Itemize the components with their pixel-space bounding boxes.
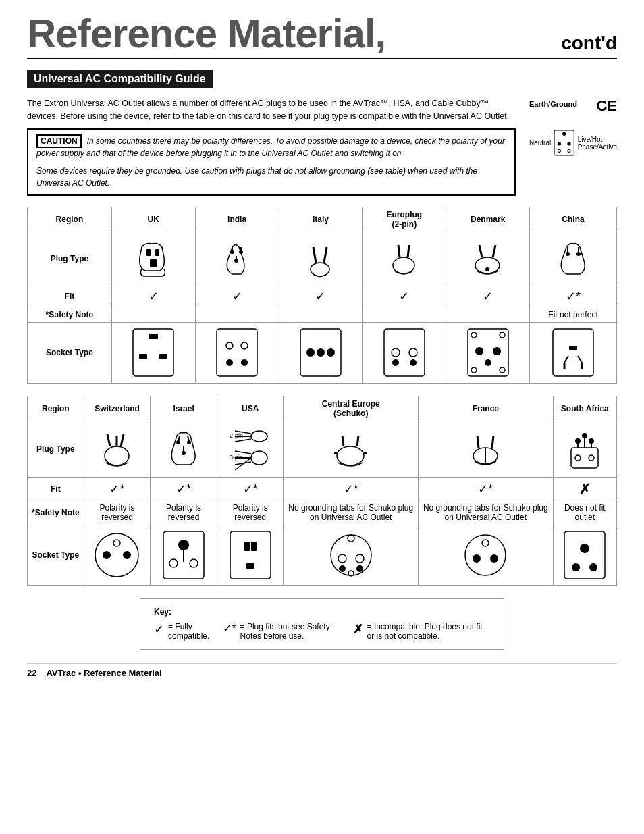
t1-fit-denmark: ✓ <box>446 286 530 307</box>
svg-rect-8 <box>150 259 157 267</box>
t2-fit-south-africa: ✗ <box>553 477 616 500</box>
svg-rect-109 <box>230 531 271 579</box>
italy-plug-svg <box>298 237 342 281</box>
t1-plug-uk <box>111 232 195 286</box>
caution-box: CAUTIONIn some countries there may be po… <box>27 128 516 196</box>
t2-socket-switzerland <box>84 525 151 585</box>
svg-point-107 <box>190 559 198 567</box>
t1-fit-euro: ✓ <box>363 286 446 307</box>
key-compatible-text: = Fully compatible. <box>168 622 209 641</box>
key-checkmark-symbol: ✓ <box>154 622 164 637</box>
svg-point-103 <box>113 540 120 546</box>
svg-line-89 <box>492 436 493 448</box>
svg-rect-55 <box>553 329 593 376</box>
svg-point-34 <box>226 342 233 349</box>
t1-col-denmark: Denmark <box>446 207 530 232</box>
t2-safety-label: *Safety Note <box>28 500 84 525</box>
svg-point-41 <box>327 348 335 357</box>
svg-point-50 <box>471 367 477 373</box>
t2-plug-schuko <box>284 421 419 477</box>
svg-line-20 <box>408 245 409 257</box>
t1-col-china: China <box>530 207 617 232</box>
svg-rect-30 <box>149 334 158 339</box>
svg-point-36 <box>226 359 233 366</box>
t2-row-socket: Socket Type <box>28 525 617 585</box>
svg-line-60 <box>578 356 582 363</box>
caution-text1: In some countries there may be polarity … <box>36 136 505 158</box>
page-title: Reference Material, <box>27 14 385 54</box>
svg-point-18 <box>393 257 414 273</box>
caution-line1: CAUTIONIn some countries there may be po… <box>36 135 506 159</box>
france-plug-svg <box>464 427 508 471</box>
svg-rect-7 <box>155 249 159 256</box>
svg-point-116 <box>356 554 364 563</box>
caution-text2: Some devices require they be grounded. U… <box>36 165 506 189</box>
section-heading: Universal AC Compatibility Guide <box>27 70 213 88</box>
svg-point-35 <box>241 342 248 349</box>
t1-socket-italy <box>279 322 363 383</box>
svg-point-5 <box>568 149 570 152</box>
t1-socket-india <box>195 322 279 383</box>
china-socket-svg <box>549 325 597 380</box>
svg-point-82 <box>337 446 364 465</box>
svg-point-114 <box>348 535 354 542</box>
t2-safety-switzerland: Polarity is reversed <box>84 500 151 525</box>
page-header: Reference Material, cont'd <box>27 14 617 59</box>
t1-socket-uk <box>111 322 195 383</box>
svg-point-115 <box>338 554 346 563</box>
key-incompatible-text: = Incompatible. Plug does not fit or is … <box>367 622 490 641</box>
svg-point-121 <box>482 540 489 546</box>
t1-plug-china <box>530 232 617 286</box>
t2-safety-israel: Polarity is reversed <box>151 500 217 525</box>
svg-line-83 <box>342 436 344 446</box>
t1-safety-italy <box>279 307 363 322</box>
t1-socket-china <box>530 322 617 383</box>
svg-rect-6 <box>146 249 151 256</box>
t2-row-safety: *Safety Note Polarity is reversed Polari… <box>28 500 617 525</box>
t2-plug-label: Plug Type <box>28 421 84 477</box>
key-cross-symbol: ✗ <box>353 622 363 637</box>
page-footer: 22 AVTrac • Reference Material <box>27 663 617 678</box>
svg-line-63 <box>121 434 124 446</box>
usa-plug-svg: 2-pin 3-pin <box>228 424 272 475</box>
usa-socket-svg <box>227 528 274 582</box>
outlet-diagram: Earth/Ground CE Neutral Live/Hot Phase/A… <box>529 97 617 196</box>
t2-socket-israel <box>151 525 217 585</box>
svg-rect-111 <box>251 542 257 551</box>
t1-safety-label: *Safety Note <box>28 307 112 322</box>
t2-socket-usa <box>217 525 284 585</box>
t2-fit-israel: ✓* <box>151 477 217 500</box>
svg-rect-56 <box>569 346 577 350</box>
t1-plug-denmark <box>446 232 530 286</box>
earth-ground-label: Earth/Ground <box>529 100 577 108</box>
t1-fit-italy: ✓ <box>279 286 363 307</box>
svg-rect-110 <box>244 542 250 551</box>
outlet-diagram-labels: Neutral Live/Hot Phase/Active <box>529 118 617 168</box>
t2-fit-switzerland: ✓* <box>84 477 151 500</box>
t1-plug-euro <box>363 232 446 286</box>
svg-point-1 <box>562 132 566 136</box>
euro-socket-svg <box>381 325 428 380</box>
t1-col-italy: Italy <box>279 207 363 232</box>
t1-fit-uk: ✓ <box>111 286 195 307</box>
t2-row-fit: Fit ✓* ✓* ✓* ✓* ✓* ✗ <box>28 477 617 500</box>
schuko-socket-svg <box>327 528 375 582</box>
key-fits-text: = Plug fits but see Safety Notes before … <box>240 622 340 641</box>
svg-point-24 <box>485 267 489 271</box>
svg-point-45 <box>392 359 399 366</box>
svg-point-46 <box>410 359 417 366</box>
key-box: Key: ✓ = Fully compatible. ✓* = Plug fit… <box>140 598 504 650</box>
svg-point-52 <box>475 347 483 355</box>
t2-plug-south-africa <box>553 421 616 477</box>
svg-rect-112 <box>246 563 254 569</box>
t1-fit-india: ✓ <box>195 286 279 307</box>
svg-point-54 <box>485 359 491 366</box>
t1-socket-label: Socket Type <box>28 322 112 383</box>
svg-point-120 <box>465 535 506 575</box>
t1-row-fit: Fit ✓ ✓ ✓ ✓ ✓ ✓* <box>28 286 617 307</box>
t2-plug-usa: 2-pin 3-pin <box>217 421 284 477</box>
svg-point-4 <box>558 149 561 152</box>
t1-socket-euro <box>363 322 446 383</box>
page-number: 22 <box>27 668 36 678</box>
svg-point-122 <box>473 554 481 563</box>
